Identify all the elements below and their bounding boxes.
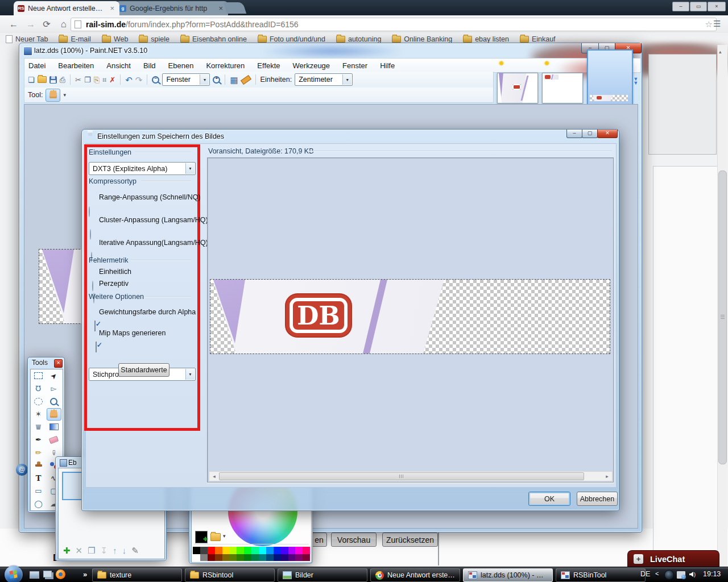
menu-korrekturen[interactable]: Korrekturen bbox=[206, 61, 245, 70]
lasso-select-tool[interactable]: ℧ bbox=[31, 383, 46, 395]
network-tray-icon[interactable] bbox=[677, 571, 685, 579]
menu-hilfe[interactable]: Hilfe bbox=[380, 61, 395, 70]
steam-tray-icon[interactable] bbox=[664, 570, 674, 580]
palette-close-icon[interactable]: ✕ bbox=[54, 359, 63, 368]
paint-bucket-tool[interactable] bbox=[31, 421, 46, 433]
quicklaunch-overflow-chevron[interactable]: » bbox=[83, 570, 87, 579]
rectangle-select-tool[interactable] bbox=[31, 369, 46, 382]
move-tool[interactable]: ➤ bbox=[46, 369, 61, 382]
color-swatch[interactable] bbox=[288, 554, 296, 562]
pencil-tool[interactable]: ✏ bbox=[31, 446, 46, 459]
color-swatch[interactable] bbox=[200, 554, 208, 562]
browser-tab-inactive[interactable]: g Google-Ergebnis für http × bbox=[115, 1, 228, 15]
color-swatch[interactable] bbox=[244, 554, 251, 562]
zuruecksetzen-button[interactable]: Zurücksetzen bbox=[382, 533, 438, 547]
bookmark-item[interactable]: Einkauf bbox=[520, 35, 556, 43]
bookmark-star-icon[interactable]: ☆ bbox=[705, 19, 713, 30]
forward-icon[interactable]: → bbox=[24, 18, 38, 31]
menu-werkzeuge[interactable]: Werkzeuge bbox=[293, 61, 330, 70]
palette-dropdown-icon[interactable]: ▾ bbox=[223, 533, 226, 539]
zoom-preset-combobox[interactable]: Fenster ▾ bbox=[162, 73, 210, 86]
volume-tray-icon[interactable]: ) bbox=[689, 572, 696, 577]
tab-close-icon[interactable]: × bbox=[217, 5, 224, 12]
scroll-right-icon[interactable]: ▸ bbox=[602, 472, 612, 481]
color-swatch[interactable] bbox=[244, 547, 251, 554]
bookmark-item[interactable]: Web bbox=[102, 35, 128, 43]
paste-icon[interactable]: ⎘ bbox=[94, 76, 100, 84]
livechat-expand-icon[interactable]: + bbox=[634, 554, 643, 564]
browser-close-button[interactable]: × bbox=[708, 2, 726, 11]
taskbar-clock[interactable]: 19:13 bbox=[703, 570, 721, 578]
close-icon[interactable]: ✕ bbox=[597, 130, 618, 138]
start-button[interactable] bbox=[5, 566, 23, 582]
current-tool-button[interactable] bbox=[46, 89, 60, 102]
image-thumbnail-3-selected[interactable] bbox=[587, 49, 633, 106]
livechat-tab[interactable]: + LiveChat bbox=[627, 550, 719, 567]
gradient-tool[interactable] bbox=[46, 421, 61, 433]
browser-minimize-button[interactable]: – bbox=[672, 2, 689, 11]
menu-fenster[interactable]: Fenster bbox=[342, 61, 367, 70]
color-swatch[interactable] bbox=[229, 547, 237, 554]
page-vscroll-thumb[interactable] bbox=[718, 171, 727, 464]
cluster-anpassung-label[interactable]: Cluster-Anpassung (Langsam/HQ) bbox=[99, 216, 208, 224]
taskbar-button-paintnet-active[interactable]: latz.dds (100%) - Pai... bbox=[463, 568, 553, 582]
taskbar-button-rsbintool-app[interactable]: RSBinTool bbox=[556, 568, 646, 582]
color-swatch[interactable] bbox=[251, 554, 259, 562]
color-swatch[interactable] bbox=[222, 554, 230, 562]
bookmark-item[interactable]: ebay listen bbox=[463, 35, 509, 43]
dropdown-icon[interactable]: ▾ bbox=[342, 74, 351, 85]
color-swatch[interactable] bbox=[303, 547, 310, 554]
einheitlich-radio[interactable] bbox=[92, 281, 93, 292]
hscroll-thumb[interactable] bbox=[219, 472, 584, 480]
color-swatch[interactable] bbox=[281, 554, 288, 562]
ellipse-shape-tool[interactable]: ◯ bbox=[31, 497, 46, 510]
color-swatch[interactable] bbox=[215, 554, 222, 562]
color-swatch[interactable] bbox=[259, 554, 266, 562]
minimize-icon[interactable]: – bbox=[566, 130, 582, 138]
einheitlich-label[interactable]: Einheitlich bbox=[99, 268, 131, 276]
menu-ebenen[interactable]: Ebenen bbox=[168, 61, 194, 70]
color-swatch[interactable] bbox=[193, 554, 200, 562]
bookmark-item[interactable]: autotuning bbox=[336, 35, 381, 43]
alpha-weighting-checkbox[interactable] bbox=[94, 321, 96, 331]
menu-bild[interactable]: Bild bbox=[143, 61, 156, 70]
color-swatch[interactable] bbox=[295, 554, 303, 562]
bookmark-item[interactable]: Foto und/und/und bbox=[258, 35, 325, 43]
color-swatch[interactable] bbox=[303, 554, 310, 562]
language-indicator[interactable]: DE bbox=[640, 570, 650, 578]
color-swatch[interactable] bbox=[222, 547, 230, 554]
menu-bearbeiten[interactable]: Bearbeiten bbox=[58, 61, 94, 70]
merge-layer-down-icon[interactable]: ↧ bbox=[101, 546, 108, 556]
color-swatch[interactable] bbox=[295, 547, 303, 554]
dropdown-icon[interactable]: ▾ bbox=[200, 74, 209, 85]
tray-expand-chevron[interactable]: < bbox=[655, 570, 659, 577]
text-tool[interactable]: T bbox=[31, 472, 46, 484]
color-swatch[interactable] bbox=[266, 547, 274, 554]
color-swatch[interactable] bbox=[237, 554, 244, 562]
deselect-icon[interactable]: ✗ bbox=[109, 76, 115, 84]
browser-menu-icon[interactable]: ☰ bbox=[713, 19, 721, 29]
save-icon[interactable] bbox=[49, 76, 57, 84]
taskbar-button-rsbintool-folder[interactable]: RSbintool bbox=[185, 568, 275, 582]
zoom-out-icon[interactable]: − bbox=[152, 76, 159, 84]
show-desktop-icon[interactable] bbox=[30, 571, 39, 579]
paintbrush-tool[interactable]: ✒ bbox=[31, 434, 46, 446]
rectangle-shape-tool[interactable]: ▭ bbox=[31, 485, 46, 497]
crop-icon[interactable]: ⌗ bbox=[102, 76, 106, 84]
ruler-icon[interactable] bbox=[241, 74, 251, 84]
taskbar-button-browser[interactable]: Neue Antwort erstel... bbox=[370, 568, 460, 582]
palette-menu-icon[interactable] bbox=[210, 533, 221, 541]
browser-tab-active[interactable]: RS Neue Antwort erstellen - F × bbox=[14, 1, 119, 15]
dropdown-icon[interactable]: ▾ bbox=[185, 369, 195, 380]
open-file-icon[interactable] bbox=[38, 76, 47, 83]
cut-icon[interactable]: ✂ bbox=[75, 76, 81, 84]
new-file-icon[interactable]: ❏ bbox=[28, 76, 35, 84]
menu-effekte[interactable]: Effekte bbox=[257, 61, 280, 70]
maximize-icon[interactable]: ▢ bbox=[582, 130, 598, 138]
scroll-up-icon[interactable]: ▴ bbox=[719, 49, 722, 55]
home-icon[interactable]: ⌂ bbox=[57, 18, 71, 31]
dropdown-icon[interactable]: ▾ bbox=[185, 163, 195, 174]
ok-button[interactable]: OK bbox=[528, 492, 570, 506]
image-thumbnail-1[interactable] bbox=[497, 73, 538, 103]
thumbnail-overflow-chevron-icon[interactable]: ▼▼ bbox=[632, 77, 640, 85]
